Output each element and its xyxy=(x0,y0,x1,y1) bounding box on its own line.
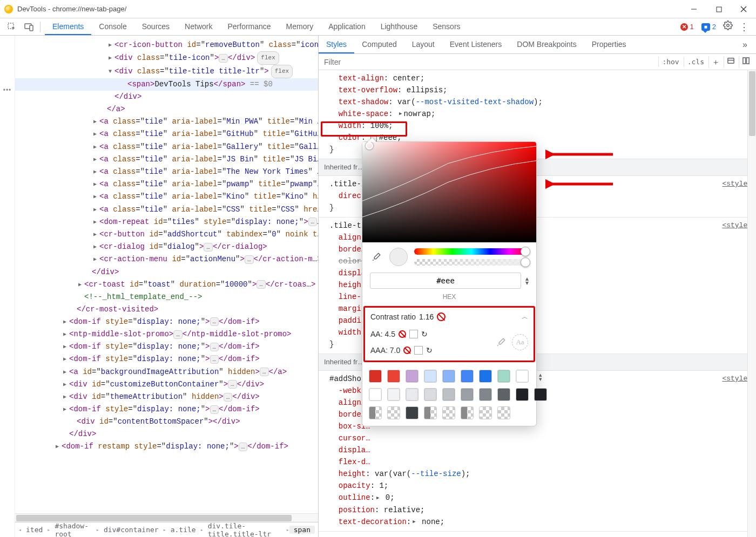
dom-node[interactable]: ▶<dom-if style="display: none;">…</dom-i… xyxy=(15,341,318,353)
dom-node[interactable]: ▶<a class="tile" aria-label="Kino" title… xyxy=(15,191,318,203)
aaa-reload-icon[interactable]: ↻ xyxy=(426,344,433,356)
dom-node[interactable]: </div> xyxy=(15,91,318,103)
new-rule-icon[interactable]: ＋ xyxy=(708,56,723,68)
palette-swatch[interactable] xyxy=(442,406,455,419)
breadcrumb-item[interactable]: div#container xyxy=(99,526,163,534)
horizontal-scrollbar[interactable] xyxy=(15,513,318,522)
tab-network[interactable]: Network xyxy=(177,18,220,35)
maximize-button[interactable] xyxy=(706,0,731,18)
dom-node[interactable]: ▶<a id="backgroundImageAttribution" hidd… xyxy=(15,366,318,378)
minimize-button[interactable] xyxy=(681,0,706,18)
styles-filter-input[interactable] xyxy=(319,54,658,70)
hover-toggle[interactable]: :hov xyxy=(658,57,682,67)
sv-handle[interactable] xyxy=(366,142,373,149)
hue-slider[interactable] xyxy=(414,248,529,255)
palette-swatch[interactable] xyxy=(424,388,437,401)
palette-swatch[interactable] xyxy=(387,388,400,401)
hex-input[interactable] xyxy=(370,273,521,289)
settings-icon[interactable] xyxy=(720,21,735,33)
palette-swatch[interactable] xyxy=(461,406,474,419)
breadcrumb-item[interactable]: span xyxy=(289,526,315,534)
palette-swatch[interactable] xyxy=(424,406,437,419)
aaa-target-swatch[interactable] xyxy=(414,346,423,355)
dom-node[interactable]: </cr-most-visited> xyxy=(15,303,318,316)
palette-swatch[interactable] xyxy=(497,406,510,419)
alpha-slider[interactable] xyxy=(414,259,529,266)
dom-node[interactable]: ▶<dom-if style="display: none;">…</dom-i… xyxy=(15,403,318,416)
tab-lighthouse[interactable]: Lighthouse xyxy=(373,18,426,35)
palette-swatch[interactable] xyxy=(534,388,547,401)
breadcrumb-item[interactable]: ited xyxy=(22,526,47,534)
palette-swatch[interactable] xyxy=(406,406,418,419)
breadcrumb-item[interactable]: #shadow-root xyxy=(50,522,96,537)
dom-tree[interactable]: ▶<cr-icon-button id="removeButton" class… xyxy=(15,36,318,513)
sub-tab-styles[interactable]: Styles xyxy=(319,36,354,53)
palette-swatch[interactable] xyxy=(387,370,400,383)
dom-node[interactable]: ▶<cr-dialog id="dialog">…</cr-dialog> xyxy=(15,241,318,253)
inspect-icon[interactable] xyxy=(3,18,21,36)
dom-node[interactable]: ▶<dom-if style="display: none;">…</dom-i… xyxy=(15,353,318,365)
dom-node[interactable]: ▶<cr-button id="addShortcut" tabindex="0… xyxy=(15,228,318,241)
palette-swatch[interactable] xyxy=(516,370,529,383)
breadcrumb-item[interactable]: a.tile xyxy=(166,526,200,534)
palette-swatch[interactable] xyxy=(497,370,510,383)
palette-swatch[interactable] xyxy=(479,370,492,383)
dom-node[interactable]: ▶<cr-action-menu id="actionMenu">…</cr-a… xyxy=(15,253,318,266)
dom-node[interactable]: ▶<a class="tile" aria-label="Min PWA" ti… xyxy=(15,115,318,128)
tab-sensors[interactable]: Sensors xyxy=(425,18,468,35)
color-picker[interactable]: ▴▾ HEX Contrast ratio 1.16 ︿ AA: 4.5 xyxy=(362,141,537,426)
aa-reload-icon[interactable]: ↻ xyxy=(421,328,428,340)
tab-elements[interactable]: Elements xyxy=(45,18,91,35)
dom-node[interactable]: ▶<a class="tile" aria-label="JS Bin" tit… xyxy=(15,153,318,166)
more-menu-icon[interactable]: ⋮ xyxy=(737,21,752,33)
format-toggle[interactable]: ▴▾ xyxy=(525,276,529,285)
dom-node[interactable]: ▶<dom-if style="display: none;">…</dom-i… xyxy=(15,316,318,328)
dom-node[interactable]: ▶<div id="customizeButtonContainer">…</d… xyxy=(15,378,318,391)
palette-swatch[interactable] xyxy=(516,388,529,401)
palette-swatch[interactable] xyxy=(442,370,455,383)
computed-styles-icon[interactable] xyxy=(724,56,738,68)
tab-application[interactable]: Application xyxy=(321,18,373,35)
dom-node[interactable]: <div id="contentBottomSpacer"></div> xyxy=(15,416,318,428)
palette-swatch[interactable] xyxy=(442,388,455,401)
dom-node[interactable]: </div> xyxy=(15,266,318,278)
palette-swatch[interactable] xyxy=(369,406,382,419)
error-badge[interactable]: ✕1 xyxy=(677,22,697,32)
dom-node[interactable]: ▶<dom-if restamp style="display: none;">… xyxy=(15,440,318,453)
sub-tabs-overflow-icon[interactable]: » xyxy=(738,40,752,50)
dom-node[interactable]: ▶<a class="tile" aria-label="pwamp" titl… xyxy=(15,178,318,191)
cls-toggle[interactable]: .cls xyxy=(684,57,707,67)
tab-console[interactable]: Console xyxy=(91,18,134,35)
styles-rules[interactable]: text-align: center; text-overflow: ellip… xyxy=(319,70,756,537)
sub-tab-layout[interactable]: Layout xyxy=(404,36,442,53)
palette-swatch[interactable] xyxy=(424,370,437,383)
palette-swatch[interactable] xyxy=(479,388,492,401)
sub-tab-properties[interactable]: Properties xyxy=(584,36,634,53)
palette-swatch[interactable] xyxy=(461,370,474,383)
info-badge[interactable]: ■2 xyxy=(698,22,719,32)
sub-tab-computed[interactable]: Computed xyxy=(354,36,404,53)
dom-node[interactable]: ▼<div class="tile-title title-ltr">flex xyxy=(15,65,318,78)
dom-node[interactable]: <span>DevTools Tips</span> == $0 xyxy=(15,78,318,91)
dom-node[interactable]: ▶<a class="tile" aria-label="CSS" title=… xyxy=(15,203,318,216)
vertical-scrollbar[interactable] xyxy=(747,70,756,537)
aa-target-swatch[interactable] xyxy=(409,330,418,338)
dom-node[interactable]: <!--_html_template_end_--> xyxy=(15,291,318,303)
dom-node[interactable]: </div> xyxy=(15,428,318,440)
contrast-expand-icon[interactable]: ︿ xyxy=(522,311,528,323)
palette-swatch[interactable] xyxy=(369,370,382,383)
dom-node[interactable]: ▶<ntp-middle-slot-promo>…</ntp-middle-sl… xyxy=(15,328,318,341)
dom-node[interactable]: ▶<dom-repeat id="tiles" style="display: … xyxy=(15,216,318,228)
palette-swatch[interactable] xyxy=(387,406,400,419)
breadcrumb-item[interactable]: div.tile-title.title-ltr xyxy=(204,522,286,537)
dom-node[interactable]: ▶<a class="tile" aria-label="The New Yor… xyxy=(15,166,318,178)
palette-swatch[interactable] xyxy=(479,406,492,419)
tab-sources[interactable]: Sources xyxy=(134,18,177,35)
dom-node[interactable]: ▶<a class="tile" aria-label="Gallery" ti… xyxy=(15,141,318,153)
dom-node[interactable]: ▶<cr-toast id="toast" duration="10000">…… xyxy=(15,278,318,291)
device-toggle-icon[interactable] xyxy=(21,18,38,36)
palette-swatch[interactable] xyxy=(406,370,418,383)
dom-node[interactable]: ▶<cr-icon-button id="removeButton" class… xyxy=(15,39,318,51)
dom-node[interactable]: </a> xyxy=(15,103,318,115)
tab-memory[interactable]: Memory xyxy=(279,18,321,35)
